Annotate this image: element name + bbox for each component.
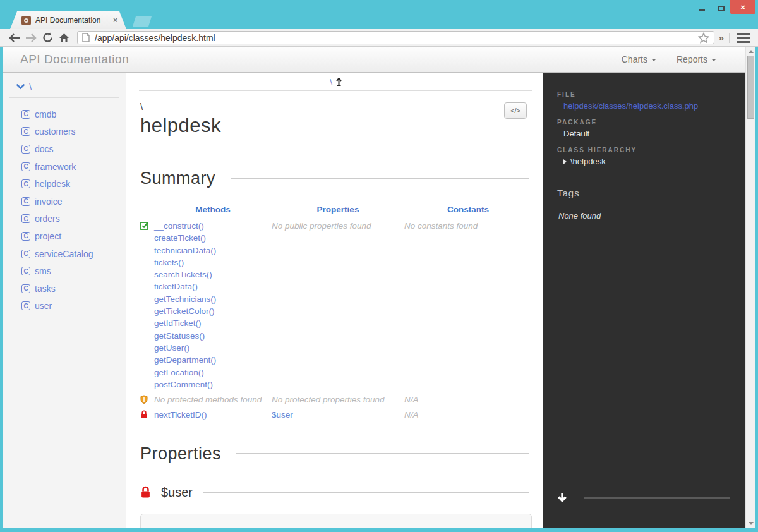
sidebar-item-label[interactable]: customers — [35, 126, 76, 136]
home-icon — [59, 33, 69, 43]
minimize-button[interactable] — [692, 0, 711, 14]
summary-private-row: nextTicketID() $user N/A — [140, 409, 532, 421]
class-title-block: \ helpdesk </> — [140, 101, 532, 137]
sidebar-item-label[interactable]: project — [35, 231, 61, 241]
browser-tab[interactable]: API Documentation × — [10, 11, 126, 29]
summary-public-row: __construct() createTicket() technicianD… — [140, 220, 532, 390]
col-properties: Properties — [272, 205, 404, 214]
sidebar-item-label[interactable]: tasks — [35, 284, 56, 294]
level-up-icon[interactable] — [335, 78, 342, 86]
method-link[interactable]: nextTicketID() — [154, 410, 207, 420]
close-icon: × — [740, 3, 745, 12]
method-link[interactable]: getIdTicket() — [154, 317, 272, 329]
address-bar[interactable]: /app/api/classes/helpdesk.html — [77, 31, 714, 44]
summary-table: Methods Properties Constants __construct… — [140, 205, 532, 421]
scroll-down-icon[interactable] — [749, 522, 754, 525]
breadcrumb-root-link[interactable]: \ — [330, 77, 332, 87]
properties-section-header: Properties — [140, 444, 532, 464]
method-link[interactable]: getLocation() — [154, 366, 272, 378]
refresh-icon — [42, 32, 53, 43]
page-title: helpdesk — [140, 114, 532, 137]
tab-title: API Documentation — [35, 16, 109, 25]
extensions-overflow-icon[interactable]: » — [717, 32, 726, 43]
namespace-label: \ — [140, 101, 532, 112]
visibility-private-lock-icon — [140, 486, 151, 499]
chevron-down-icon — [16, 84, 25, 90]
url-text[interactable]: /app/api/classes/helpdesk.html — [95, 33, 698, 43]
namespace-root-link[interactable]: \ — [29, 82, 32, 92]
sidebar-item-label[interactable]: docs — [35, 144, 54, 154]
method-link[interactable]: getDepartment() — [154, 354, 272, 366]
summary-protected-row: No protected methods found No protected … — [140, 394, 532, 406]
forward-icon — [25, 33, 37, 42]
main-content: \ \ helpdesk </> Summary — [126, 73, 543, 528]
method-link[interactable]: getTechnicians() — [154, 293, 272, 305]
method-link[interactable]: getStatuses() — [154, 330, 272, 342]
sidebar-item-label[interactable]: orders — [35, 214, 60, 224]
site-nav: Charts Reports — [622, 54, 716, 64]
menu-button[interactable] — [737, 33, 750, 43]
sidebar-item-label[interactable]: cmdb — [35, 109, 56, 119]
method-link[interactable]: postComment() — [154, 378, 272, 390]
site-header: API Documentation Charts Reports — [3, 47, 745, 73]
browser-toolbar: /app/api/classes/helpdesk.html » — [0, 29, 758, 47]
scrollbar-thumb[interactable] — [747, 56, 754, 119]
favicon-ring-icon — [24, 18, 28, 23]
maximize-icon — [718, 6, 725, 11]
arrow-down-icon[interactable] — [557, 492, 567, 503]
method-link[interactable]: __construct() — [154, 220, 272, 232]
class-icon — [21, 110, 30, 119]
scroll-up-icon[interactable] — [749, 50, 754, 53]
properties-heading: Properties — [140, 444, 221, 464]
method-link[interactable]: ticketData() — [154, 281, 272, 293]
sidebar-item-orders: orders — [3, 210, 126, 228]
file-label: FILE — [557, 91, 733, 98]
protected-methods-empty: No protected methods found — [154, 394, 272, 406]
vertical-scrollbar[interactable] — [745, 47, 755, 528]
toolbar-divider — [729, 33, 730, 43]
method-link[interactable]: technicianData() — [154, 245, 272, 257]
method-link[interactable]: searchTickets() — [154, 269, 272, 281]
namespace-sidebar: \ cmdb customers docs framework helpdesk… — [3, 73, 126, 528]
sidebar-item-label[interactable]: sms — [35, 266, 51, 276]
class-hierarchy-item[interactable]: \helpdesk — [557, 157, 733, 166]
protected-constants-na: N/A — [404, 394, 532, 406]
maximize-button[interactable] — [711, 0, 730, 14]
sidebar-item-label[interactable]: framework — [35, 162, 76, 172]
file-link[interactable]: helpdesk/classes/helpdesk.class.php — [563, 101, 698, 111]
method-link[interactable]: createTicket() — [154, 232, 272, 244]
constants-empty: No constants found — [404, 220, 532, 232]
sidebar-item-docs: docs — [3, 140, 126, 158]
sidebar-item-project: project — [3, 227, 126, 245]
forward-button[interactable] — [23, 31, 39, 45]
tab-close-icon[interactable]: × — [113, 16, 117, 25]
new-tab-button[interactable] — [133, 16, 152, 27]
class-icon — [21, 162, 30, 171]
method-link[interactable]: tickets() — [154, 257, 272, 269]
bookmark-star-icon[interactable] — [698, 32, 709, 44]
refresh-button[interactable] — [39, 31, 56, 45]
sidebar-item-label[interactable]: invoice — [35, 196, 63, 207]
sidebar-item-label[interactable]: helpdesk — [35, 179, 70, 189]
sidebar-item-label[interactable]: serviceCatalog — [35, 249, 93, 259]
window-titlebar[interactable]: × — [0, 0, 758, 11]
property-link[interactable]: $user — [272, 410, 293, 420]
window-controls: × — [692, 0, 755, 14]
namespace-root[interactable]: \ — [3, 82, 126, 92]
method-link[interactable]: getUser() — [154, 342, 272, 354]
home-button[interactable] — [56, 31, 72, 45]
col-constants: Constants — [404, 205, 532, 214]
close-button[interactable]: × — [730, 0, 755, 14]
sidebar-item-label[interactable]: user — [35, 301, 52, 311]
view-source-button[interactable]: </> — [504, 102, 527, 119]
nav-reports-dropdown[interactable]: Reports — [677, 54, 716, 64]
summary-heading: Summary — [140, 169, 215, 188]
back-button[interactable] — [6, 31, 23, 45]
nav-charts-dropdown[interactable]: Charts — [622, 54, 656, 64]
sidebar-item-cmdb: cmdb — [3, 106, 126, 123]
property-name: $user — [161, 485, 193, 500]
class-icon — [21, 267, 30, 275]
sidebar-item-serviceCatalog: serviceCatalog — [3, 245, 126, 263]
class-icon — [21, 127, 30, 136]
method-link[interactable]: getTicketColor() — [154, 305, 272, 317]
